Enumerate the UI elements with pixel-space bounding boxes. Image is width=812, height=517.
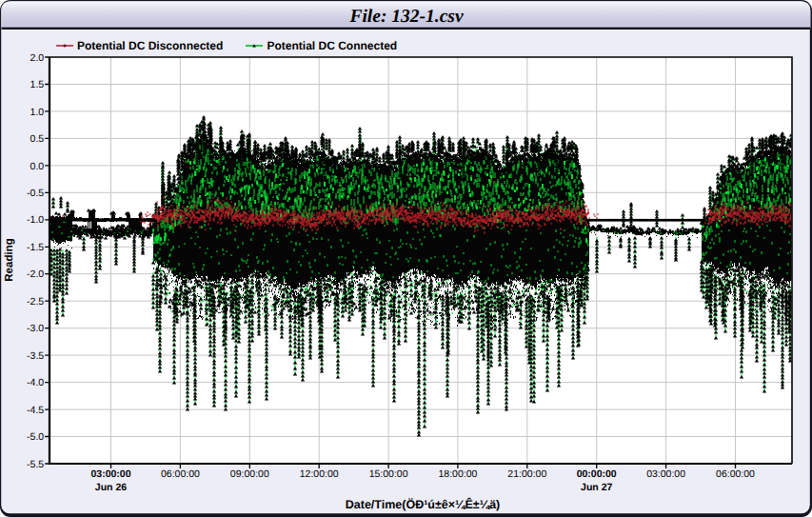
svg-text:Potential DC Disconnected: Potential DC Disconnected — [77, 39, 223, 52]
svg-text:09:00:00: 09:00:00 — [230, 468, 269, 480]
svg-text:File: 132-1.csv: File: 132-1.csv — [348, 7, 463, 27]
svg-text:15:00:00: 15:00:00 — [369, 468, 408, 480]
svg-text:21:00:00: 21:00:00 — [507, 468, 546, 480]
svg-text:0.0: 0.0 — [30, 161, 45, 172]
svg-text:-0.5: -0.5 — [27, 188, 44, 199]
svg-text:-1.5: -1.5 — [27, 242, 44, 253]
svg-text:-5.5: -5.5 — [27, 459, 44, 470]
svg-text:2.0: 2.0 — [30, 52, 45, 64]
svg-text:-4.0: -4.0 — [27, 377, 44, 388]
svg-text:-3.0: -3.0 — [27, 323, 44, 334]
svg-text:-1.0: -1.0 — [27, 214, 44, 226]
svg-text:Jun 27: Jun 27 — [581, 482, 612, 493]
svg-text:06:00:00: 06:00:00 — [161, 468, 200, 480]
svg-text:-2.5: -2.5 — [27, 296, 44, 308]
svg-text:03:00:00: 03:00:00 — [646, 468, 685, 480]
svg-text:1.5: 1.5 — [30, 79, 45, 90]
svg-text:Jun 26: Jun 26 — [95, 482, 127, 493]
svg-text:0.5: 0.5 — [30, 133, 45, 145]
svg-text:00:00:00: 00:00:00 — [577, 468, 617, 480]
svg-text:12:00:00: 12:00:00 — [300, 468, 339, 480]
svg-text:Date/Time(ÖÐ¹ú±ê×¼Ê±¼ä): Date/Time(ÖÐ¹ú±ê×¼Ê±¼ä) — [346, 497, 501, 511]
svg-text:Potential DC Connected: Potential DC Connected — [267, 39, 398, 52]
svg-text:-4.5: -4.5 — [27, 405, 44, 416]
svg-text:18:00:00: 18:00:00 — [438, 468, 477, 480]
svg-text:-3.5: -3.5 — [27, 350, 44, 362]
svg-text:-5.0: -5.0 — [27, 431, 44, 443]
svg-text:06:00:00: 06:00:00 — [716, 468, 755, 480]
svg-text:03:00:00: 03:00:00 — [90, 468, 130, 480]
svg-text:1.0: 1.0 — [30, 107, 45, 118]
svg-text:Reading: Reading — [4, 238, 15, 281]
svg-text:-2.0: -2.0 — [27, 268, 44, 280]
